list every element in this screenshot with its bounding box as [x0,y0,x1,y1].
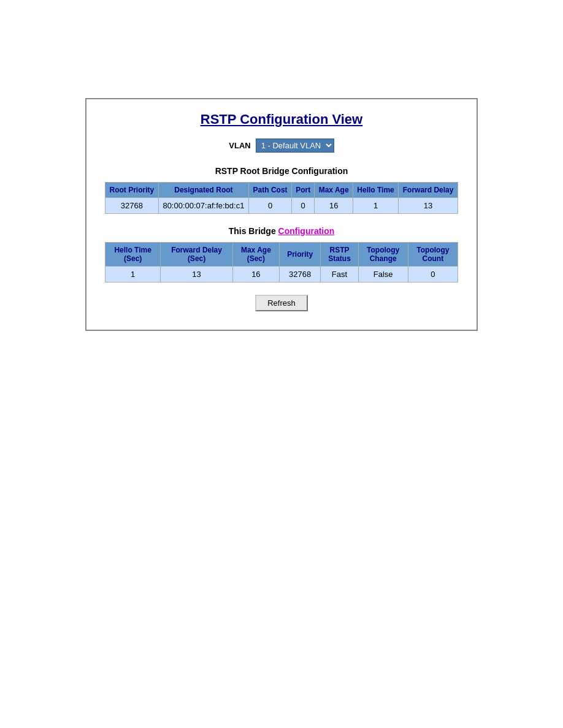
table-row: 1131632768FastFalse0 [105,267,458,282]
table-row: 3276880:00:00:07:af:fe:bd:c10016113 [105,198,458,214]
vlan-select[interactable]: 1 - Default VLAN [256,138,334,153]
bridge-section-title: This Bridge Configuration [105,226,458,236]
main-container: RSTP Configuration View VLAN 1 - Default… [85,98,478,331]
bridge-config-link[interactable]: Configuration [278,226,335,236]
root-bridge-table: Root Priority Designated Root Path Cost … [105,182,458,214]
vlan-label: VLAN [229,141,250,150]
col-path-cost: Path Cost [249,183,292,198]
root-bridge-section-title: RSTP Root Bridge Configuration [105,166,458,176]
col-root-priority: Root Priority [105,183,159,198]
col-port: Port [291,183,314,198]
refresh-button[interactable]: Refresh [255,295,308,311]
col-designated-root: Designated Root [158,183,249,198]
col-hello-time: Hello Time [353,183,398,198]
bridge-table: Hello Time(Sec)Forward Delay(Sec)Max Age… [105,242,458,282]
col-max-age: Max Age [315,183,353,198]
vlan-row: VLAN 1 - Default VLAN [105,138,458,153]
col-forward-delay: Forward Delay [399,183,458,198]
refresh-row: Refresh [105,295,458,311]
page-title: RSTP Configuration View [105,112,458,127]
